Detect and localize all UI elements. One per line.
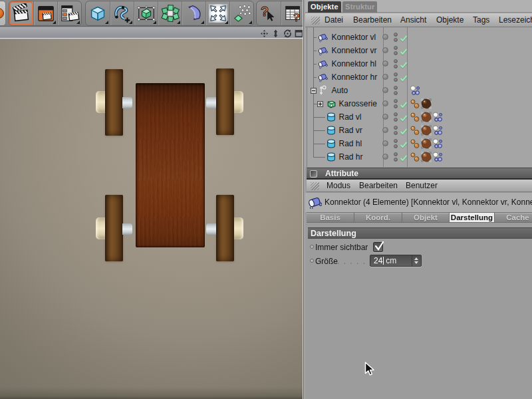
command-overview-button[interactable] [281, 1, 305, 25]
visibility-editor-dot[interactable] [394, 86, 398, 90]
visibility-editor-dot[interactable] [394, 72, 398, 76]
visibility-editor-dot[interactable] [394, 99, 398, 103]
visibility-render-dot[interactable] [394, 131, 398, 135]
xpresso-tag-icon[interactable] [432, 125, 443, 136]
object-row-rad-hl[interactable]: Rad hl [305, 137, 532, 150]
object-row-konnektor-hr[interactable]: Konnektor hr [305, 70, 532, 84]
attribute-manager-titlebar[interactable]: Attribute [307, 168, 532, 180]
expander-plus-icon[interactable] [317, 101, 323, 107]
expander-minus-icon[interactable] [311, 88, 317, 94]
keyframe-dot-icon[interactable] [310, 259, 314, 263]
object-row-konnektor-hl[interactable]: Konnektor hl [305, 57, 532, 70]
spline-button[interactable] [110, 1, 134, 25]
om-menu-ansicht[interactable]: Ansicht [400, 13, 426, 27]
render-queue-button[interactable] [57, 1, 81, 25]
layer-dot-icon[interactable] [382, 47, 388, 53]
render-settings-button[interactable] [33, 1, 57, 25]
om-menu-datei[interactable]: Datei [325, 13, 343, 27]
attr-tab-cache[interactable]: Cache [495, 213, 532, 222]
layer-dot-icon[interactable] [382, 61, 388, 66]
visibility-render-dot[interactable] [394, 38, 398, 42]
xpresso-tag-icon[interactable] [410, 85, 420, 96]
visibility-render-dot[interactable] [394, 158, 398, 162]
attr-menu-modus[interactable]: Modus [327, 180, 350, 192]
viewport-zoom-icon[interactable] [271, 29, 281, 38]
dynamics-tag-icon[interactable] [410, 98, 420, 109]
layer-dot-icon[interactable] [382, 100, 388, 106]
attr-tab-basis[interactable]: Basis [307, 213, 354, 222]
visibility-render-dot[interactable] [394, 91, 398, 95]
layer-dot-icon[interactable] [382, 127, 388, 133]
environment-button[interactable] [205, 1, 229, 25]
attr-tab-objekt[interactable]: Objekt [402, 213, 450, 222]
attr-menu-bearbeiten[interactable]: Bearbeiten [359, 180, 398, 192]
om-menu-tags[interactable]: Tags [473, 13, 489, 27]
object-row-rad-vl[interactable]: Rad vl [305, 110, 532, 124]
xpresso-tag-icon[interactable] [432, 112, 443, 122]
partial-tool-button[interactable] [0, 1, 6, 26]
visibility-editor-dot[interactable] [394, 126, 398, 130]
layer-dot-icon[interactable] [382, 114, 388, 120]
xpresso-tag-icon[interactable] [432, 138, 443, 149]
object-row-konnektor-vl[interactable]: Konnektor vl [305, 31, 532, 44]
nurbs-button[interactable] [134, 1, 158, 25]
manager-tab-objekte[interactable]: Objekte [308, 1, 341, 13]
attr-menu-benutzer[interactable]: Benutzer [406, 180, 438, 192]
particles-button[interactable] [229, 1, 253, 25]
drag-handle-icon[interactable] [311, 17, 320, 25]
dynamics-tag-icon[interactable] [410, 152, 420, 162]
viewport-3d[interactable] [0, 39, 303, 399]
keyframe-dot-icon[interactable] [310, 245, 314, 249]
material-dark-tag-icon[interactable] [421, 98, 432, 109]
visibility-render-dot[interactable] [394, 104, 398, 108]
object-row-rad-vr[interactable]: Rad vr [305, 124, 532, 137]
enabled-check-icon[interactable] [400, 153, 408, 165]
groesse-input[interactable]: 24 cm [370, 255, 422, 267]
dynamics-tag-icon[interactable] [410, 112, 420, 122]
om-menu-lesezeichen[interactable]: Lesezeichen [499, 13, 532, 27]
layer-dot-icon[interactable] [382, 140, 388, 146]
layer-dot-icon[interactable] [382, 34, 388, 40]
visibility-editor-dot[interactable] [394, 33, 398, 37]
object-row-auto[interactable]: Auto [305, 84, 532, 97]
visibility-editor-dot[interactable] [394, 112, 398, 116]
viewport-pan-icon[interactable] [260, 29, 269, 38]
material-tag-icon[interactable] [421, 138, 432, 149]
dynamics-tag-icon[interactable] [410, 138, 420, 149]
visibility-render-dot[interactable] [394, 51, 398, 55]
layer-dot-icon[interactable] [382, 74, 388, 80]
drag-handle-icon[interactable] [311, 182, 319, 190]
visibility-editor-dot[interactable] [394, 139, 398, 143]
material-tag-icon[interactable] [421, 125, 432, 136]
object-row-konnektor-vr[interactable]: Konnektor vr [305, 44, 532, 57]
material-tag-icon[interactable] [421, 152, 432, 162]
primitive-cube-button[interactable] [86, 1, 110, 25]
dynamics-tag-icon[interactable] [410, 125, 420, 136]
context-help-button[interactable] [257, 1, 281, 25]
visibility-editor-dot[interactable] [394, 46, 398, 50]
object-row-rad-hr[interactable]: Rad hr [305, 150, 532, 164]
attr-tab-darstellung[interactable]: Darstellung [450, 213, 495, 222]
visibility-editor-dot[interactable] [394, 59, 398, 63]
section-header[interactable]: Darstellung [308, 227, 532, 239]
om-menu-objekte[interactable]: Objekte [436, 13, 464, 27]
render-view-button[interactable] [9, 1, 33, 25]
material-tag-icon[interactable] [421, 112, 432, 122]
viewport-rotate-icon[interactable] [283, 29, 293, 38]
manager-tab-struktur[interactable]: Struktur [342, 1, 377, 13]
visibility-render-dot[interactable] [394, 118, 398, 122]
immer-sichtbar-checkbox[interactable] [373, 242, 383, 252]
visibility-render-dot[interactable] [394, 78, 398, 82]
xpresso-tag-icon[interactable] [432, 152, 443, 162]
visibility-editor-dot[interactable] [394, 152, 398, 156]
visibility-render-dot[interactable] [394, 144, 398, 148]
om-menu-bearbeiten[interactable]: Bearbeiten [353, 13, 392, 27]
object-row-karosserie[interactable]: Karosserie [305, 97, 532, 110]
attr-tab-koord[interactable]: Koord. [354, 213, 402, 222]
visibility-render-dot[interactable] [394, 65, 398, 68]
layer-dot-icon[interactable] [382, 87, 388, 93]
stepper[interactable] [412, 255, 420, 266]
deformer-button[interactable] [182, 1, 205, 25]
layer-dot-icon[interactable] [382, 154, 388, 160]
modeling-array-button[interactable] [158, 1, 182, 25]
